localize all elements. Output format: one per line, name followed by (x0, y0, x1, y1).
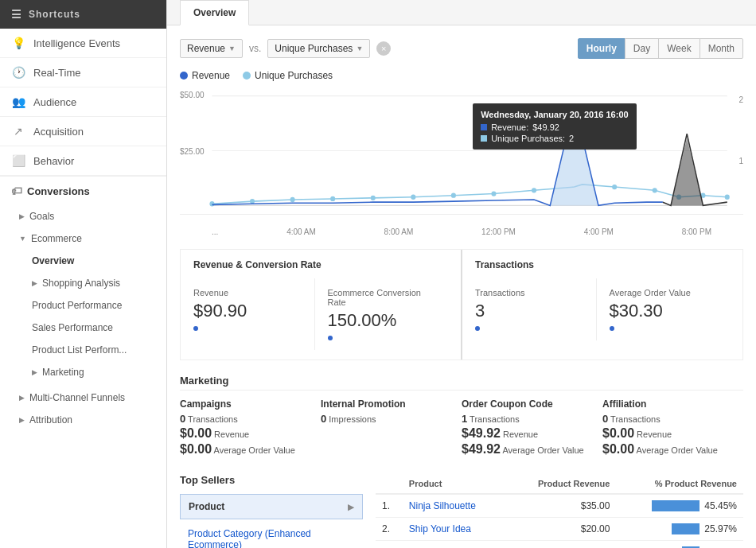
main-content: Overview Revenue ▼ vs. Unique Purchases … (167, 0, 756, 548)
metric2-select[interactable]: Unique Purchases ▼ (267, 39, 370, 58)
sidebar-item-label: Intelligence Events (33, 37, 120, 49)
coupon-stat-1: $49.92 Revenue (462, 426, 590, 441)
week-button[interactable]: Week (658, 38, 699, 59)
metric1-select[interactable]: Revenue ▼ (180, 39, 243, 58)
row-revenue: $35.00 (506, 494, 616, 518)
chart-legend: Revenue Unique Purchases (180, 70, 743, 81)
sidebar-item-intelligence[interactable]: 💡 Intelligence Events (0, 29, 166, 58)
chart-svg (180, 87, 743, 214)
arrow-icon: ▼ (19, 235, 26, 243)
row-pct: 16.88% (616, 541, 743, 549)
pct-value: 25.97% (704, 523, 737, 534)
product-name-link[interactable]: Ship Your Idea (409, 523, 471, 534)
transactions-value: 3 (475, 301, 583, 321)
affiliation-stat-1: $0.00 Revenue (602, 426, 731, 441)
conversion-rate-value: 150.00% (328, 310, 436, 331)
sales-perf-label: Sales Performance (32, 322, 113, 333)
affiliation-stat-2: $0.00 Average Order Value (602, 442, 731, 457)
metrics-container: Revenue & Conversion Rate Revenue $90.90… (180, 249, 743, 360)
conversion-dot-indicator (328, 336, 333, 340)
arrow-icon: ▶ (348, 503, 354, 511)
revenue-value: $90.90 (193, 301, 302, 321)
products-data-table: Product Product Revenue % Product Revenu… (376, 474, 743, 548)
sidebar-item-ecommerce[interactable]: ▼ Ecommerce (0, 227, 166, 250)
right-axis-mid: 1 (738, 157, 743, 165)
multichannel-label: Multi-Channel Funnels (29, 392, 125, 403)
ecommerce-label: Ecommerce (31, 233, 82, 244)
coupon-label: Order Coupon Code (462, 398, 590, 410)
sidebar-item-realtime[interactable]: 🕐 Real-Time (0, 58, 166, 87)
sidebar-item-overview[interactable]: Overview (0, 250, 166, 272)
metric-transactions: Transactions 3 (475, 278, 597, 340)
sidebar-title: Shortcuts (29, 9, 80, 20)
seller-link-category[interactable]: Product Category (Enhanced Ecommerce) (180, 525, 363, 548)
row-pct: 25.97% (616, 518, 743, 541)
transactions-section: Transactions Transactions 3 Average Orde… (462, 250, 742, 360)
sidebar-item-product-list[interactable]: Product List Perform... (0, 339, 166, 361)
shopping-label: Shopping Analysis (42, 278, 120, 289)
conversions-icon: 🏷 (11, 185, 22, 197)
sidebar-item-label: Acquisition (33, 126, 84, 138)
svg-point-4 (250, 199, 255, 204)
sidebar-item-audience[interactable]: 👥 Audience (0, 87, 166, 117)
day-button[interactable]: Day (625, 38, 659, 59)
clear-button[interactable]: × (376, 41, 391, 56)
bar-visual (672, 523, 699, 534)
row-num: 1. (376, 494, 403, 518)
revenue-metrics: Revenue $90.90 Ecommerce Conversion Rate… (193, 278, 448, 350)
arrow-icon: ▶ (19, 394, 25, 402)
marketing-coupon: Order Coupon Code 1 Transactions $49.92 … (462, 398, 602, 458)
bottom-section: Top Sellers Product ▶ Product Category (… (180, 474, 743, 548)
x-axis-labels: ... 4:00 AM 8:00 AM 12:00 PM 4:00 PM 8:0… (180, 227, 743, 236)
sidebar-item-behavior[interactable]: ⬜ Behavior (0, 146, 166, 176)
sidebar-item-goals[interactable]: ▶ Goals (0, 205, 166, 227)
x-label-4: 4:00 PM (584, 227, 614, 236)
sidebar-item-attribution[interactable]: ▶ Attribution (0, 409, 166, 431)
sidebar-item-marketing[interactable]: ▶ Marketing (0, 361, 166, 383)
arrow-icon: ▶ (19, 212, 25, 220)
campaigns-stat-2: $0.00 Average Order Value (180, 442, 308, 457)
month-button[interactable]: Month (699, 38, 743, 59)
marketing-campaigns: Campaigns 0 Transactions $0.00 Revenue $… (180, 398, 321, 458)
sidebar-item-multichannel[interactable]: ▶ Multi-Channel Funnels (0, 387, 166, 409)
sidebar-header: ☰ Shortcuts (0, 0, 166, 29)
table-row: 1. Ninja Silhouette $35.00 45.45% (376, 494, 743, 518)
revenue-conversion-section: Revenue & Conversion Rate Revenue $90.90… (181, 250, 462, 360)
product-name-link[interactable]: Ninja Silhouette (409, 500, 476, 511)
attribution-label: Attribution (29, 414, 72, 426)
conversions-section: 🏷 Conversions ▶ Goals ▼ Ecommerce Overvi… (0, 176, 166, 431)
vs-label: vs. (249, 43, 261, 54)
sidebar-item-acquisition[interactable]: ↗ Acquisition (0, 117, 166, 146)
tab-overview[interactable]: Overview (180, 0, 249, 25)
coupon-stat-0: 1 Transactions (462, 413, 590, 425)
product-table-body: 1. Ninja Silhouette $35.00 45.45% 2. Shi… (376, 494, 743, 548)
realtime-icon: 🕐 (11, 66, 25, 79)
avg-order-label: Average Order Value (610, 288, 718, 297)
sidebar-item-shopping[interactable]: ▶ Shopping Analysis (0, 272, 166, 294)
col-revenue: Product Revenue (506, 474, 616, 494)
sidebar-item-sales-performance[interactable]: Sales Performance (0, 317, 166, 339)
sidebar-item-conversions[interactable]: 🏷 Conversions (0, 177, 166, 205)
sidebar-item-product-performance[interactable]: Product Performance (0, 294, 166, 317)
y-label-top: $50.00 (180, 91, 205, 99)
marketing-grid: Campaigns 0 Transactions $0.00 Revenue $… (180, 398, 743, 458)
col-pct: % Product Revenue (616, 474, 743, 494)
sidebar-item-label: Behavior (33, 155, 74, 167)
acquisition-icon: ↗ (11, 125, 25, 138)
hourly-button[interactable]: Hourly (578, 38, 625, 59)
metric-revenue: Revenue $90.90 (193, 278, 315, 350)
svg-point-3 (209, 201, 214, 206)
unique-dot (243, 72, 251, 80)
affiliation-stat-0: 0 Transactions (602, 413, 731, 425)
campaigns-label: Campaigns (180, 398, 308, 410)
hamburger-icon: ☰ (11, 8, 22, 21)
legend-unique: Unique Purchases (243, 70, 333, 81)
avg-order-dot-indicator (610, 326, 614, 331)
seller-item-product[interactable]: Product ▶ (180, 494, 363, 519)
tab-bar: Overview (167, 0, 756, 25)
x-label-5: 8:00 PM (682, 227, 711, 236)
product-category-link[interactable]: Product Category (Enhanced Ecommerce) (188, 528, 311, 548)
svg-point-8 (411, 195, 415, 200)
content-area: Revenue ▼ vs. Unique Purchases ▼ × Hourl… (167, 25, 756, 548)
row-num: 2. (376, 518, 403, 541)
